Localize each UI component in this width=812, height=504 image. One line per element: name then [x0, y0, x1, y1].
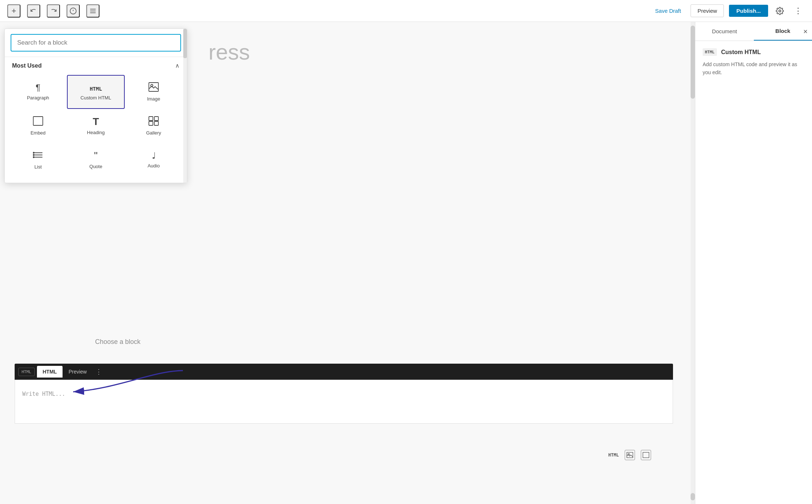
block-item-list[interactable]: List: [9, 143, 67, 177]
custom-html-label: Custom HTML: [80, 95, 111, 101]
top-toolbar: + Save Draft Preview Publish... ⋮: [0, 0, 812, 22]
quote-label: Quote: [89, 164, 102, 169]
html-tag-label: HTML: [18, 368, 35, 376]
custom-html-icon: HTML: [90, 83, 102, 92]
inserter-scroll-thumb: [183, 29, 187, 58]
redo-icon: [50, 7, 57, 15]
bottom-toolbar: HTML: [608, 450, 651, 460]
search-container: [5, 29, 187, 57]
gallery-icon: [149, 116, 159, 127]
block-item-custom-html[interactable]: HTML Custom HTML: [67, 75, 125, 109]
paragraph-label: Paragraph: [27, 95, 49, 101]
undo-icon: [30, 7, 37, 15]
search-input[interactable]: [11, 34, 181, 52]
block-sidebar-icon: HTML: [703, 48, 717, 56]
collapse-button[interactable]: ∧: [175, 62, 180, 69]
redo-button[interactable]: [47, 4, 60, 18]
gallery-label: Gallery: [146, 130, 161, 136]
close-icon: ×: [803, 27, 808, 35]
publish-button[interactable]: Publish...: [729, 5, 768, 17]
list-view-button[interactable]: [86, 4, 99, 18]
bottom-html-label: HTML: [608, 452, 619, 458]
editor-scrollbar-bottom-thumb: [691, 493, 695, 500]
block-item-paragraph[interactable]: ¶ Paragraph: [9, 75, 67, 109]
list-label: List: [34, 164, 42, 170]
block-info-header: HTML Custom HTML: [703, 48, 805, 56]
image-view-button[interactable]: [625, 450, 635, 460]
settings-button[interactable]: [773, 4, 786, 18]
block-item-embed[interactable]: Embed: [9, 109, 67, 143]
preview-button[interactable]: Preview: [691, 4, 724, 17]
heading-icon: T: [93, 117, 99, 127]
svg-point-17: [33, 152, 34, 154]
embed-label: Embed: [30, 130, 45, 136]
quote-icon: ": [94, 151, 98, 161]
block-sidebar-description: Add custom HTML code and preview it as y…: [703, 60, 805, 77]
save-draft-button[interactable]: Save Draft: [651, 5, 685, 16]
html-block-toolbar: HTML HTML Preview ⋮: [15, 364, 673, 380]
gear-icon: [776, 7, 784, 15]
svg-point-18: [33, 155, 34, 156]
paragraph-icon: ¶: [36, 83, 41, 92]
svg-rect-10: [149, 117, 153, 121]
editor-scrollbar[interactable]: [691, 22, 695, 504]
svg-rect-9: [33, 117, 43, 125]
choose-block-hint: Choose a block: [95, 338, 140, 346]
block-sidebar-title: Custom HTML: [721, 49, 761, 56]
editor-scrollbar-thumb: [691, 26, 695, 99]
image-icon: [149, 82, 159, 93]
blocks-grid: ¶ Paragraph HTML Custom HTML: [5, 73, 187, 183]
info-icon: [69, 7, 77, 15]
audio-label: Audio: [147, 163, 159, 168]
editor-content: ress: [194, 29, 695, 76]
svg-point-6: [779, 10, 781, 12]
svg-rect-11: [154, 117, 158, 121]
audio-icon: ♩: [152, 151, 156, 160]
editor-area: Most Used ∧ ¶ Paragraph HTML Custom HTML: [0, 22, 695, 504]
block-item-heading[interactable]: T Heading: [67, 109, 125, 143]
list-icon: [89, 7, 97, 15]
html-toolbar-more[interactable]: ⋮: [95, 368, 102, 376]
chevron-up-icon: ∧: [175, 62, 180, 69]
html-editor[interactable]: Write HTML...: [15, 380, 673, 424]
svg-rect-12: [149, 121, 153, 125]
plus-icon: +: [12, 6, 16, 16]
main-layout: Most Used ∧ ¶ Paragraph HTML Custom HTML: [0, 22, 812, 504]
add-block-button[interactable]: +: [7, 4, 20, 18]
toolbar-right: Save Draft Preview Publish... ⋮: [651, 4, 805, 18]
right-sidebar: Document Block × HTML Custom HTML Add cu…: [695, 22, 812, 504]
sidebar-tabs: Document Block ×: [695, 22, 812, 41]
section-title: Most Used: [12, 62, 42, 69]
html-editor-placeholder: Write HTML...: [22, 391, 65, 397]
heading-label: Heading: [87, 130, 105, 135]
image-label: Image: [147, 96, 160, 102]
block-item-gallery[interactable]: Gallery: [125, 109, 183, 143]
svg-rect-23: [643, 452, 649, 458]
block-item-quote[interactable]: " Quote: [67, 143, 125, 177]
inserter-scrollbar[interactable]: [183, 29, 187, 183]
more-icon: ⋮: [794, 6, 802, 16]
block-item-audio[interactable]: ♩ Audio: [125, 143, 183, 177]
document-tab[interactable]: Document: [695, 22, 754, 41]
close-sidebar-button[interactable]: ×: [803, 27, 808, 35]
html-tab[interactable]: HTML: [37, 366, 63, 378]
sidebar-content: HTML Custom HTML Add custom HTML code an…: [695, 41, 812, 84]
block-inserter-popup: Most Used ∧ ¶ Paragraph HTML Custom HTML: [4, 29, 187, 183]
html-block-container: Choose a block HTML HTML Preview ⋮ Write…: [15, 364, 673, 424]
preview-tab[interactable]: Preview: [63, 366, 93, 378]
info-button[interactable]: [67, 4, 80, 18]
embed-icon: [33, 116, 43, 127]
more-button[interactable]: ⋮: [792, 4, 805, 18]
list-block-icon: [33, 150, 43, 161]
layout-view-button[interactable]: [641, 450, 651, 460]
section-header: Most Used ∧: [5, 57, 187, 73]
undo-button[interactable]: [27, 4, 40, 18]
editor-title: ress: [194, 29, 695, 76]
block-item-image[interactable]: Image: [125, 75, 183, 109]
svg-rect-13: [154, 121, 158, 125]
svg-point-19: [33, 157, 34, 158]
toolbar-left: +: [7, 4, 99, 18]
svg-rect-7: [149, 83, 158, 91]
